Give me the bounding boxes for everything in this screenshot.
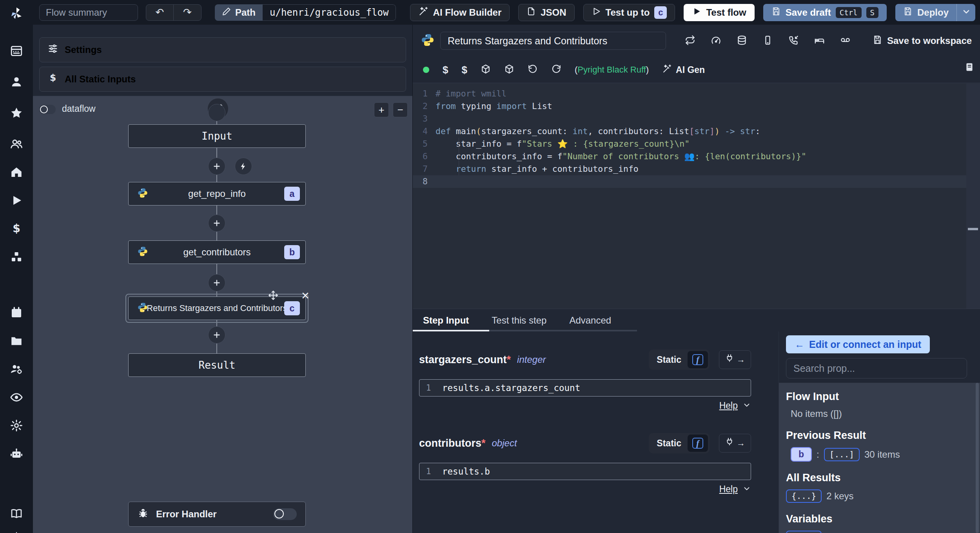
tab-test-this-step[interactable]: Test this step bbox=[492, 315, 546, 326]
robot-icon[interactable] bbox=[8, 445, 25, 462]
voicemail-icon[interactable] bbox=[840, 35, 851, 47]
users-icon[interactable] bbox=[8, 135, 25, 153]
deploy-button[interactable]: Deploy bbox=[895, 4, 956, 21]
trigger-bolt-button[interactable] bbox=[235, 158, 252, 175]
chevron-down-icon[interactable] bbox=[742, 484, 751, 495]
object-expand-chip[interactable]: {...} bbox=[786, 489, 822, 503]
chevron-down-icon[interactable] bbox=[742, 401, 751, 411]
tab-step-input[interactable]: Step Input bbox=[423, 315, 469, 326]
search-prop-input[interactable] bbox=[786, 358, 967, 378]
save-to-workspace-button[interactable]: Save to workspace bbox=[873, 35, 972, 47]
code-line[interactable]: 7 return star_info + contributors_info bbox=[413, 163, 980, 175]
book-icon[interactable] bbox=[8, 505, 25, 522]
expression-input[interactable]: 1 results.a.stargazers_count bbox=[419, 379, 751, 397]
add-step-button[interactable] bbox=[208, 158, 225, 175]
ai-gen-button[interactable]: AI Gen bbox=[662, 64, 705, 76]
boxes-icon[interactable] bbox=[8, 248, 25, 266]
zoom-out-button[interactable]: − bbox=[393, 102, 408, 117]
json-button[interactable]: JSON bbox=[518, 4, 574, 21]
all-static-inputs-button[interactable]: $ All Static Inputs bbox=[39, 67, 406, 92]
help-link[interactable]: Help bbox=[719, 400, 738, 411]
code-line[interactable]: 2from typing import List bbox=[413, 100, 980, 113]
test-flow-button[interactable]: Test flow bbox=[684, 4, 754, 21]
zoom-in-button[interactable]: + bbox=[374, 102, 389, 117]
step-node-a[interactable]: get_repo_info a bbox=[128, 182, 306, 206]
database-icon[interactable] bbox=[737, 35, 747, 47]
eye-icon[interactable] bbox=[8, 389, 25, 406]
bed-icon[interactable] bbox=[814, 35, 825, 47]
star-icon[interactable] bbox=[8, 104, 25, 122]
home-icon[interactable] bbox=[8, 164, 25, 181]
help-link[interactable]: Help bbox=[719, 484, 738, 495]
code-line[interactable]: 5 star_info = f"Stars ⭐ : {stargazers_co… bbox=[413, 138, 980, 150]
move-node-handle[interactable] bbox=[268, 290, 278, 302]
path-value[interactable]: u/henri/gracious_flow bbox=[263, 4, 396, 21]
smartphone-icon[interactable] bbox=[762, 35, 773, 47]
flow-summary-input[interactable] bbox=[39, 4, 138, 21]
javascript-expr-mode-button[interactable]: f bbox=[688, 435, 708, 452]
lint-status[interactable]: (Pyright Black Ruff) bbox=[575, 65, 649, 75]
calendar-icon[interactable] bbox=[8, 304, 25, 321]
gauge-icon[interactable] bbox=[711, 35, 721, 47]
tab-advanced[interactable]: Advanced bbox=[569, 315, 611, 326]
windmill-logo[interactable] bbox=[9, 5, 24, 23]
variables-expand-chip[interactable]: {...} bbox=[786, 531, 822, 533]
step-b-badge[interactable]: b bbox=[791, 447, 812, 462]
scrollbar-thumb[interactable] bbox=[968, 228, 978, 230]
resource-picker-icon[interactable]: $ bbox=[461, 64, 467, 76]
undo-button[interactable]: ↶ bbox=[146, 5, 174, 20]
step-title-input[interactable] bbox=[440, 32, 666, 50]
static-mode-label[interactable]: Static bbox=[650, 438, 688, 449]
package-icon[interactable] bbox=[504, 64, 514, 76]
dataflow-toggle[interactable] bbox=[39, 105, 56, 114]
refresh-rotate-icon[interactable] bbox=[551, 64, 561, 76]
variable-picker-icon[interactable]: $ bbox=[443, 64, 448, 76]
code-line[interactable]: 6 contributors_info = f"Number of contri… bbox=[413, 150, 980, 163]
ai-flow-builder-button[interactable]: AI Flow Builder bbox=[410, 4, 510, 21]
add-step-button[interactable] bbox=[208, 274, 225, 291]
flow-settings-button[interactable]: Settings bbox=[39, 37, 406, 62]
script-library-icon[interactable] bbox=[964, 62, 975, 74]
add-step-button[interactable] bbox=[208, 326, 225, 344]
props-scrollbar[interactable] bbox=[976, 383, 979, 533]
repeat-icon[interactable] bbox=[685, 35, 695, 47]
code-line[interactable]: 3 bbox=[413, 113, 980, 125]
package-icon[interactable] bbox=[481, 64, 491, 76]
play-icon[interactable] bbox=[8, 192, 25, 209]
graph-top-node[interactable] bbox=[208, 104, 225, 121]
code-line[interactable]: 1# import wmill bbox=[413, 87, 980, 100]
array-expand-chip[interactable]: [...] bbox=[824, 448, 860, 461]
brightness-icon[interactable] bbox=[8, 528, 25, 533]
editor-scrollbar[interactable] bbox=[966, 84, 980, 309]
error-handler-toggle[interactable] bbox=[273, 508, 297, 520]
dollar-icon[interactable]: $ bbox=[8, 220, 25, 237]
user-icon[interactable] bbox=[8, 73, 25, 91]
connect-input-button[interactable]: → bbox=[719, 350, 751, 369]
step-node-b[interactable]: get_contributors b bbox=[128, 240, 306, 264]
delete-node-icon[interactable]: ✕ bbox=[301, 290, 310, 302]
error-handler-node[interactable]: Error Handler bbox=[128, 502, 306, 527]
path-chip[interactable]: Path u/henri/gracious_flow bbox=[215, 4, 396, 21]
code-line[interactable]: 4def main(stargazers_count: int, contrib… bbox=[413, 125, 980, 138]
deploy-dropdown-button[interactable] bbox=[956, 4, 975, 21]
flow-input-node[interactable]: Input bbox=[128, 124, 306, 148]
static-mode-label[interactable]: Static bbox=[650, 355, 688, 365]
add-step-button[interactable] bbox=[208, 215, 225, 232]
phone-incoming-icon[interactable] bbox=[788, 35, 799, 47]
redo-button[interactable]: ↷ bbox=[174, 5, 201, 20]
save-draft-button[interactable]: Save draft Ctrl S bbox=[763, 4, 887, 21]
code-editor[interactable]: 1# import wmill2from typing import List3… bbox=[413, 83, 980, 309]
connect-input-button[interactable]: → bbox=[719, 434, 751, 453]
flow-result-node[interactable]: Result bbox=[128, 353, 306, 377]
javascript-expr-mode-button[interactable]: f bbox=[688, 351, 708, 368]
code-line[interactable]: 8 bbox=[413, 175, 980, 188]
users-gear-icon[interactable] bbox=[8, 360, 25, 378]
folder-icon[interactable] bbox=[8, 332, 25, 349]
app-window-icon[interactable] bbox=[8, 42, 25, 60]
test-up-to-button[interactable]: Test up to c bbox=[583, 4, 675, 21]
step-node-c-selected[interactable]: Returns Stargazers and Contributors c bbox=[128, 297, 306, 320]
undo-rotate-icon[interactable] bbox=[528, 64, 538, 76]
gear-icon[interactable] bbox=[8, 417, 25, 434]
expression-input[interactable]: 1 results.b bbox=[419, 463, 751, 480]
edit-or-connect-button[interactable]: ← Edit or connect an input bbox=[786, 335, 930, 353]
